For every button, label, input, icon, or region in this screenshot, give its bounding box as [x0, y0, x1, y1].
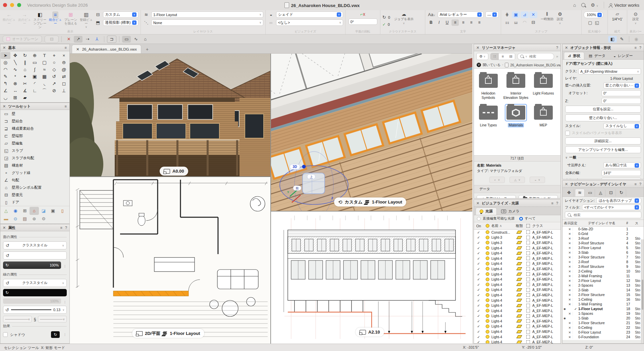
visualization-tools[interactable]: ▣	[48, 207, 58, 215]
machine-design-tools[interactable]: ⚙	[39, 215, 48, 223]
pen-color-bar[interactable]: ↻	[3, 289, 67, 296]
light-row[interactable]: ✓ Light-4 A_EF-MEP-L	[474, 256, 560, 261]
design-layer-row[interactable]: ✕ 0-Site-2D 1	[562, 227, 644, 231]
viewport-2d-plan[interactable]: 2D/平面 1-Floor Layout	[70, 177, 270, 344]
close-icon[interactable]: ✕	[565, 46, 568, 50]
elevation-number-badge[interactable]: A2.10	[356, 328, 384, 337]
render-preview-dropdown[interactable]: ◒ ∨	[530, 177, 545, 183]
light-row[interactable]: ✓ Constructi... A_EF-MEP-L	[474, 230, 560, 235]
wall-edit-tool[interactable]: ▱壁編集	[0, 139, 69, 147]
design-layer-row[interactable]: ✕ 0-Floor Layout 23 Sto	[562, 330, 644, 335]
unified-view-button[interactable]: ≡統合ビュー	[48, 11, 62, 30]
design-layer-row[interactable]: ✕ 3-Roof 3 Sto	[562, 236, 644, 241]
plane-mode-button[interactable]: ⊟	[45, 36, 59, 43]
fill-color-dropdown[interactable]: ↺	[3, 251, 67, 259]
fillet-tool[interactable]: ◜	[30, 80, 40, 87]
opacity-options-icon[interactable]: ⋮	[63, 265, 67, 268]
resource-folder[interactable]: Interior Elevation Styles	[502, 72, 530, 100]
layer-options-dropdown[interactable]: ほかを表示/スナップ∨	[596, 198, 641, 203]
tab-render[interactable]: ◒レンダー	[610, 52, 636, 59]
wall-symbol-insert-tool[interactable]: ⌂壁用シンボル配置	[0, 184, 69, 191]
saved-view-button[interactable]: ▥登録ビュー∨	[79, 11, 93, 30]
close-icon[interactable]: ✕	[3, 104, 6, 109]
design-layer-row[interactable]: ✕ 2-Spaces 13 Sto	[562, 283, 644, 288]
dims-notes-tools[interactable]: ▬	[1, 215, 11, 223]
close-icon[interactable]: ✕	[565, 182, 568, 186]
help-icon[interactable]: ?	[639, 182, 641, 186]
detail-settings-button[interactable]: 詳細設定...	[565, 137, 641, 144]
font-size-icon[interactable]: Aa∨	[427, 12, 436, 17]
pan-tool[interactable]: ✥	[10, 52, 20, 59]
resource-folder[interactable]: MEP	[530, 104, 557, 127]
dim-linear-tool[interactable]: ↔	[10, 87, 20, 94]
offset-field[interactable]: 0"	[601, 90, 641, 96]
slab-tool[interactable]: ◱スラブ	[0, 147, 69, 154]
render-style-dropdown[interactable]: <なし>∨	[276, 19, 343, 26]
design-layer-row[interactable]: ✕ 3-Floor Layout 5 Sto	[562, 245, 644, 250]
pen-style-dropdown[interactable]: ↺クラススタイル∨	[3, 279, 67, 287]
viewport-3d-exterior[interactable]: A0.00	[70, 54, 270, 176]
overall-height-field[interactable]: 2'0"	[601, 178, 641, 179]
design-layer-row[interactable]: ✕ 3-Floor Structure 7 Sto	[562, 255, 644, 259]
disable-constraints-mode[interactable]: ✕	[64, 36, 73, 43]
dim-perpendicular-tool[interactable]: ⊥	[59, 87, 69, 94]
panel-menu-icon[interactable]: ≡	[551, 201, 553, 205]
corner-tool[interactable]: ∟	[30, 87, 40, 94]
active-class-dropdown[interactable]: None∨	[151, 19, 263, 26]
wall-end-cap-tool[interactable]: ⊏壁端部	[0, 132, 69, 139]
design-layer-row[interactable]: ✕ 2-Roof Structure 9 Sto	[562, 264, 644, 269]
radio-all-lights[interactable]	[519, 217, 523, 221]
radio-editable-lights[interactable]	[477, 217, 481, 221]
design-layer-row[interactable]: ✕ 2-Ceiling 10 Sto	[562, 269, 644, 274]
layer-filter-dropdown[interactable]: <すべてのレイヤ>∨	[582, 204, 641, 210]
cube-top-label[interactable]: 上	[310, 175, 313, 179]
polygon-marquee-mode[interactable]: ⌂	[141, 36, 150, 43]
design-layer-row[interactable]: ◉ 1-Slab 20 Sto	[562, 316, 644, 320]
design-layer-row[interactable]: ✕ 0-Grid 2	[562, 231, 644, 236]
new-folder-button[interactable]: 新規フォルダ...	[519, 195, 558, 198]
new-tab-button[interactable]: +	[146, 47, 149, 52]
snap-tangent-button[interactable]: ◠	[521, 19, 529, 26]
tab-shape[interactable]: ⊿形状	[564, 52, 584, 59]
resource-search-field[interactable]: ∨	[517, 53, 554, 60]
extend-tool[interactable]: ↗	[49, 80, 59, 87]
light-row[interactable]: ✓ Light-4 A_EF-MEP-L	[474, 292, 560, 298]
fit-objects-icon[interactable]: ▢	[588, 20, 592, 25]
close-tab-icon[interactable]: ✕	[76, 47, 79, 52]
trim-tool[interactable]: ✂	[20, 80, 30, 87]
light-row[interactable]: ✓ Light-4 A_EF-MEP-L	[474, 272, 560, 277]
design-layer-row[interactable]: ✕ 2-Floor Structure 15 Sto	[562, 292, 644, 297]
offset-tool[interactable]: ↰	[1, 80, 10, 87]
resource-breadcrumb[interactable]: V 開いている› 26_Asharoken House_BLDG.vwx	[474, 61, 560, 69]
quick-pref-pen-button[interactable]: ✎	[618, 36, 626, 43]
screen-plane-button[interactable]: ◧スクリーンプレーン	[33, 11, 47, 30]
viewport-number-badge[interactable]: A0.00	[160, 167, 188, 176]
light-row[interactable]: ✓ Light-4 A_EF-MEP-L	[474, 282, 560, 287]
class-dropdown[interactable]: A_EF-Opening-Window∨	[578, 68, 641, 74]
view-orientation-badge[interactable]: ⟲ カスタム 1-Floor Layout	[334, 197, 406, 207]
light-row[interactable]: ✓ Light-4 A_EF-MEP-L	[474, 261, 560, 267]
texture-preview-dropdown[interactable]: ◐ ∨	[489, 177, 505, 183]
gear-icon[interactable]: ⚙ ∨	[591, 2, 598, 8]
snap-object-button[interactable]: ▣	[512, 11, 520, 18]
nav-viewports-icon[interactable]: ⊡	[606, 189, 616, 196]
autoplane-toggle[interactable]: オートプレーン	[3, 36, 42, 43]
effects-options-icon[interactable]: ⋮	[63, 333, 67, 336]
layers-scrollbar[interactable]	[641, 239, 644, 344]
design-layer-row[interactable]: ✕ 3-Roof Structure 4 Sto	[562, 241, 644, 245]
polygon-tool[interactable]: ⌂	[20, 66, 30, 73]
font-dropdown[interactable]: Arial レギュラー∨	[438, 11, 484, 18]
render-mode-dropdown[interactable]: シェイド∨	[276, 11, 343, 18]
document-tab[interactable]: ✕26_Asharoken...use_BLDG.vwx	[72, 45, 141, 53]
help-icon[interactable]: ?	[639, 46, 641, 50]
active-layer-dropdown[interactable]: 1-Floor Layout∨	[151, 11, 263, 18]
view-preset-dropdown[interactable]: カスタム∨	[103, 11, 139, 18]
design-layer-row[interactable]: ✕ 1-Floor Structure 21 Sto	[562, 320, 644, 325]
nav-design-layers-icon[interactable]: ≋	[575, 189, 585, 196]
regular-polygon-tool[interactable]: ◇	[49, 66, 59, 73]
door-tools[interactable]: ▯	[58, 207, 67, 215]
snap-settings-button[interactable]: ⚙設定∨	[557, 11, 563, 30]
cube-3d-label[interactable]: 3D	[293, 165, 297, 169]
resource-folder[interactable]: Heliodon Symbols	[475, 72, 502, 100]
design-layer-row[interactable]: ✕ 1-Ceiling 16 Sto	[562, 297, 644, 302]
